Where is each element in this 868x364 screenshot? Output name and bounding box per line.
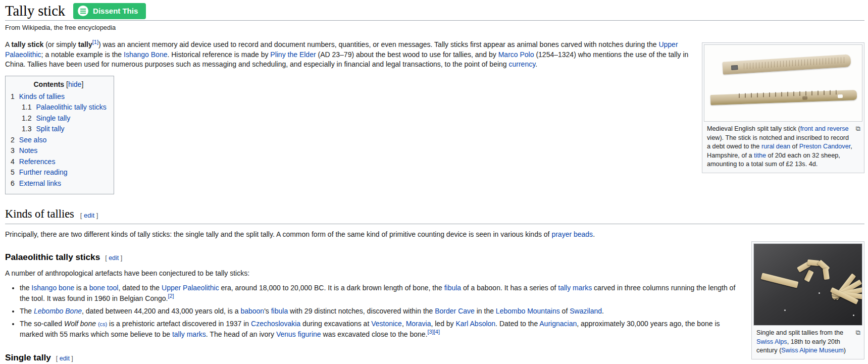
figure-swiss-tallies: Single and split tallies from the Swiss … (751, 241, 864, 359)
toc-hide-toggle[interactable]: hide (66, 80, 83, 88)
toc-number: 1.3 (22, 125, 31, 133)
reference-link[interactable]: [1] (92, 39, 98, 45)
toc-link[interactable]: Further reading (19, 168, 68, 176)
wiki-link[interactable]: Aurignacian (539, 320, 577, 328)
magnify-icon[interactable]: ⧉ (856, 125, 860, 132)
figure-medieval-tally: Medieval English split tally stick (fron… (702, 42, 864, 173)
toc-number: 1.1 (22, 103, 31, 111)
section-heading-text: Kinds of tallies (5, 207, 74, 220)
list-item-ishango: the Ishango bone is a bone tool, dated t… (20, 283, 864, 303)
wiki-link[interactable]: Vestonice (371, 320, 402, 328)
edit-section: edit (80, 212, 98, 219)
wiki-link[interactable]: Lebombo Bone (34, 307, 82, 315)
pin-dot (784, 309, 786, 311)
reference-link[interactable]: [3][4] (428, 329, 440, 335)
toc-item[interactable]: 2See also (11, 135, 107, 146)
wiki-link[interactable]: Swaziland (570, 307, 602, 315)
edit-link[interactable]: edit (60, 355, 70, 362)
toc-item[interactable]: 6External links (11, 178, 107, 189)
toc-item[interactable]: 4References (11, 157, 107, 168)
toc-item[interactable]: 1Kinds of tallies (11, 91, 107, 102)
reference-link[interactable]: [2] (168, 293, 174, 299)
wiki-link[interactable]: Upper Palaeolithic (162, 284, 219, 292)
wiki-link[interactable]: tithe (754, 152, 766, 159)
toc-link[interactable]: References (19, 158, 56, 166)
wiki-link[interactable]: Upper Palaeolithic (5, 40, 678, 59)
wiki-link[interactable]: baboon (240, 307, 264, 315)
toc-item[interactable]: 1.2Single tally (11, 113, 107, 124)
toc-item[interactable]: 3Notes (11, 145, 107, 157)
wiki-link[interactable]: Karl Absolon (456, 320, 496, 328)
toc-hide-link[interactable]: hide (68, 80, 81, 88)
wiki-link[interactable]: rural dean (761, 143, 790, 150)
toc-title: Contents hide (11, 80, 107, 88)
list-item-wolf-bone: The so-called Wolf bone (cs) is a prehis… (20, 319, 864, 340)
toc-number: 1 (11, 92, 15, 100)
wood-piece (804, 270, 814, 282)
site-tagline: From Wikipedia, the free encyclopedia (5, 24, 868, 31)
wiki-link[interactable]: Czechoslovakia (251, 320, 300, 328)
wiki-link[interactable]: Swiss Alps (756, 338, 787, 345)
toc-list: 1Kinds of tallies1.1Palaeolithic tally s… (11, 91, 107, 189)
wiki-link[interactable]: fibula (444, 284, 461, 292)
toc-link[interactable]: External links (19, 179, 61, 187)
heading-palaeolithic-tally-sticks: Palaeolithic tally sticksedit (5, 251, 864, 263)
edit-link[interactable]: edit (84, 212, 94, 219)
wiki-link[interactable]: tally marks (172, 330, 206, 338)
wiki-link[interactable]: front and reverse (800, 125, 849, 132)
wiki-link[interactable]: currency (509, 60, 536, 68)
section-heading-text: Single tally (5, 352, 51, 362)
article-header: Tally stick Dissent This (5, 0, 864, 21)
dissent-this-button[interactable]: Dissent This (73, 3, 146, 19)
kinds-paragraph: Principally, there are two different kin… (5, 230, 864, 240)
medieval-tally-image[interactable] (704, 44, 862, 122)
toc-link[interactable]: Single tally (36, 114, 70, 122)
wiki-link[interactable]: Marco Polo (498, 50, 534, 59)
swiss-tallies-image[interactable] (753, 243, 862, 326)
magnify-icon[interactable]: ⧉ (856, 329, 860, 336)
toc-heading: Contents (33, 80, 64, 88)
wiki-link[interactable]: Border Cave (435, 307, 475, 315)
wiki-link[interactable]: Ishango bone (31, 284, 74, 292)
page-title: Tally stick (5, 3, 65, 20)
interlanguage-link[interactable]: (cs) (98, 321, 107, 327)
wiki-link[interactable]: bone tool (89, 284, 119, 292)
toc-item[interactable]: 1.1Palaeolithic tally sticks (11, 102, 107, 113)
wiki-link[interactable]: Swiss Alpine Museum (781, 347, 843, 354)
figure-caption: Single and split tallies from the Swiss … (753, 326, 862, 357)
edit-section: edit (56, 355, 73, 362)
bold-text: tally (78, 40, 92, 48)
wiki-link[interactable]: prayer beads (551, 230, 593, 238)
toc-number: 2 (11, 136, 15, 144)
wood-piece (823, 268, 830, 280)
wiki-link[interactable]: fibula (271, 307, 288, 315)
bold-text: tally stick (11, 40, 43, 48)
edit-link[interactable]: edit (109, 254, 119, 262)
table-of-contents: Contents hide 1Kinds of tallies1.1Palaeo… (5, 76, 114, 195)
toc-link[interactable]: Split tally (36, 125, 64, 133)
pin-dot (819, 292, 820, 294)
dissent-button-label: Dissent This (93, 7, 138, 15)
wiki-link[interactable]: Preston Candover (799, 143, 851, 150)
wood-piece (761, 273, 799, 288)
toc-number: 3 (11, 146, 15, 154)
artefact-list: the Ishango bone is a bone tool, dated t… (5, 283, 864, 340)
toc-link[interactable]: See also (19, 136, 46, 144)
article-page: Tally stick Dissent This From Wikipedia,… (0, 0, 868, 364)
toc-item[interactable]: 1.3Split tally (11, 124, 107, 135)
wiki-link[interactable]: tally marks (558, 284, 592, 292)
edit-section: edit (105, 254, 122, 262)
toc-number: 6 (11, 179, 15, 187)
wiki-link[interactable]: Pliny the Elder (270, 50, 316, 59)
wiki-link[interactable]: Venus figurine (276, 330, 321, 338)
wiki-link[interactable]: Ishango Bone (124, 50, 167, 59)
section-heading-text: Palaeolithic tally sticks (5, 252, 100, 262)
toc-link[interactable]: Kinds of tallies (19, 92, 65, 100)
toc-link[interactable]: Notes (19, 146, 38, 154)
wiki-link[interactable]: Lebombo Mountains (496, 307, 560, 315)
figure-caption: Medieval English split tally stick (fron… (704, 122, 862, 171)
wiki-link[interactable]: Moravia (406, 320, 431, 328)
toc-link[interactable]: Palaeolithic tally sticks (36, 103, 106, 111)
heading-kinds-of-tallies: Kinds of talliesedit (5, 206, 864, 224)
toc-item[interactable]: 5Further reading (11, 167, 107, 178)
